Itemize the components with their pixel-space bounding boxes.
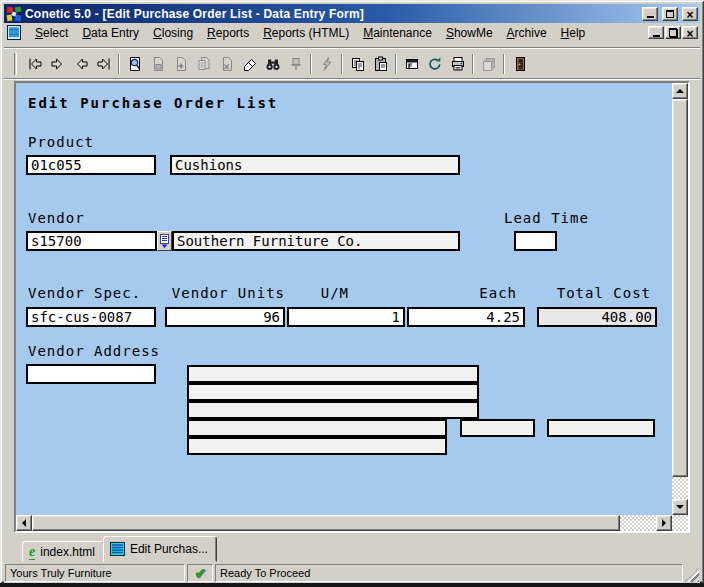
toolbar	[4, 49, 700, 79]
query-view-icon	[127, 56, 143, 72]
address-line-2-field[interactable]	[187, 383, 479, 401]
um-field[interactable]: 1	[287, 307, 405, 327]
edit-record-button[interactable]	[192, 53, 215, 75]
window-title: Conetic 5.0 - [Edit Purchase Order List …	[25, 7, 639, 21]
edit-record-icon	[196, 56, 212, 72]
document-list-icon[interactable]	[6, 25, 22, 40]
maximize-button[interactable]	[662, 7, 678, 21]
erase-icon	[242, 56, 258, 72]
copy-button[interactable]	[346, 53, 369, 75]
execute-lightning-icon	[319, 56, 335, 72]
scroll-up-button[interactable]	[672, 83, 688, 99]
vendor-code-field[interactable]: s15700	[26, 231, 157, 251]
copies-stack-icon	[481, 56, 497, 72]
next-record-button[interactable]	[46, 53, 69, 75]
address-small-field-2[interactable]	[547, 419, 655, 437]
minimize-button[interactable]	[642, 7, 658, 21]
vertical-scrollbar[interactable]	[672, 83, 688, 515]
form-window-button[interactable]	[400, 53, 423, 75]
status-check-panel	[187, 564, 213, 582]
toolbar-separator	[341, 54, 343, 74]
toolbar-separator	[472, 54, 474, 74]
mdi-restore-button[interactable]	[665, 26, 681, 39]
vendor-lookup-button[interactable]	[157, 231, 172, 251]
toolbar-separator	[310, 54, 312, 74]
scroll-down-button[interactable]	[672, 499, 688, 515]
toolbar-grip	[14, 53, 17, 75]
refresh-button[interactable]	[423, 53, 446, 75]
address-line-4-field[interactable]	[187, 419, 447, 437]
product-description-field[interactable]: Cushions	[170, 155, 460, 175]
menu-showme[interactable]: ShowMe	[439, 24, 500, 42]
execute-button[interactable]	[315, 53, 338, 75]
save-record-icon	[150, 56, 166, 72]
menu-help[interactable]: Help	[554, 24, 593, 42]
vendor-address-field[interactable]	[26, 364, 156, 384]
close-button[interactable]	[682, 7, 698, 21]
print-button[interactable]	[446, 53, 469, 75]
delete-record-button[interactable]	[215, 53, 238, 75]
vendor-address-label: Vendor Address	[28, 343, 160, 359]
menu-data-entry[interactable]: Data Entry	[75, 24, 146, 42]
horizontal-scrollbar[interactable]	[16, 515, 672, 531]
resize-grip[interactable]	[685, 568, 699, 582]
find-icon	[265, 56, 281, 72]
menu-archive[interactable]: Archive	[500, 24, 554, 42]
last-record-button[interactable]	[92, 53, 115, 75]
menu-toolbar-divider	[4, 42, 700, 49]
mdi-close-button[interactable]	[682, 26, 698, 39]
scroll-left-button[interactable]	[16, 515, 32, 531]
toolbar-separator	[503, 54, 505, 74]
scroll-right-button[interactable]	[656, 515, 672, 531]
find-button[interactable]	[261, 53, 284, 75]
mdi-close-icon	[686, 24, 693, 42]
tab-index-html[interactable]: index.html	[22, 541, 104, 562]
vertical-scroll-thumb[interactable]	[672, 99, 688, 477]
lead-time-field[interactable]	[514, 231, 557, 251]
menu-maintenance[interactable]: Maintenance	[356, 24, 439, 42]
menu-closing[interactable]: Closing	[146, 24, 200, 42]
list-dropdown-icon	[159, 234, 170, 249]
minimize-icon	[647, 16, 654, 18]
menu-reports-html[interactable]: Reports (HTML)	[256, 24, 356, 42]
each-field[interactable]: 4.25	[407, 307, 525, 327]
menu-select[interactable]: Select	[28, 24, 75, 42]
scrollbar-corner	[672, 515, 688, 531]
mdi-minimize-button[interactable]	[648, 26, 664, 39]
horizontal-scroll-thumb[interactable]	[32, 515, 620, 531]
vendor-spec-field[interactable]: sfc-cus-0087	[26, 307, 156, 327]
each-label: Each	[407, 285, 517, 301]
first-record-button[interactable]	[23, 53, 46, 75]
lead-time-label: Lead Time	[504, 210, 589, 226]
paste-button[interactable]	[369, 53, 392, 75]
pin-button[interactable]	[284, 53, 307, 75]
product-code-field[interactable]: 01c055	[26, 155, 156, 175]
status-message-panel: Ready To Proceed	[215, 564, 683, 582]
tab-edit-purchase[interactable]: Edit Purchas...	[103, 536, 217, 562]
erase-button[interactable]	[238, 53, 261, 75]
copies-button[interactable]	[477, 53, 500, 75]
previous-record-button[interactable]	[69, 53, 92, 75]
form-client-area: Edit Purchase Order List Product 01c055 …	[14, 81, 690, 533]
add-record-icon	[173, 56, 189, 72]
vendor-units-field[interactable]: 96	[165, 307, 285, 327]
address-line-1-field[interactable]	[187, 365, 479, 383]
save-record-button[interactable]	[146, 53, 169, 75]
mdi-minimize-icon	[653, 35, 660, 37]
internet-explorer-icon	[29, 546, 35, 558]
vendor-spec-label: Vendor Spec.	[28, 285, 141, 301]
mdi-restore-icon	[669, 29, 678, 37]
vendor-name-field[interactable]: Southern Furniture Co.	[172, 231, 460, 251]
total-cost-field: 408.00	[537, 307, 657, 327]
refresh-icon	[427, 56, 443, 72]
vendor-label: Vendor	[28, 210, 85, 226]
add-record-button[interactable]	[169, 53, 192, 75]
menu-reports[interactable]: Reports	[200, 24, 256, 42]
last-record-icon	[96, 56, 112, 72]
status-message: Ready To Proceed	[220, 567, 310, 579]
address-line-3-field[interactable]	[187, 401, 479, 419]
address-small-field-1[interactable]	[460, 419, 535, 437]
query-view-button[interactable]	[123, 53, 146, 75]
exit-button[interactable]	[508, 53, 531, 75]
address-line-5-field[interactable]	[187, 437, 447, 455]
